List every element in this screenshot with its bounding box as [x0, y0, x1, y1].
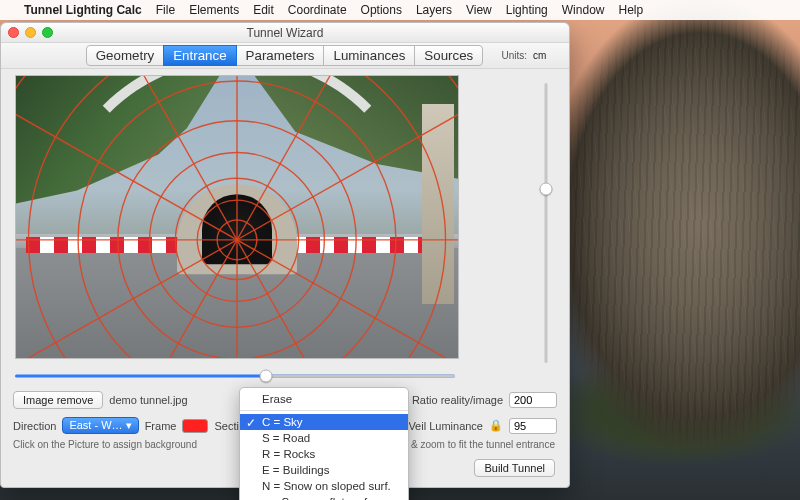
section-item-snow-sloped[interactable]: N = Snow on sloped surf. — [240, 478, 408, 494]
frame-color-swatch[interactable] — [182, 419, 208, 433]
units-label: Units: — [501, 50, 527, 61]
menu-window[interactable]: Window — [562, 3, 605, 17]
tunnel-photo-canvas[interactable] — [15, 75, 459, 359]
mac-menubar: Tunnel Lighting Calc File Elements Edit … — [0, 0, 800, 20]
vslider-track — [545, 83, 548, 363]
menu-lighting[interactable]: Lighting — [506, 3, 548, 17]
ratio-input[interactable] — [509, 392, 557, 408]
direction-select[interactable]: East - W… ▾ — [62, 417, 138, 434]
photo-pylon — [422, 104, 454, 304]
section-item-rocks[interactable]: R = Rocks — [240, 446, 408, 462]
minimize-button[interactable] — [25, 27, 36, 38]
window-title: Tunnel Wizard — [247, 26, 324, 40]
hslider-track — [15, 375, 455, 378]
direction-label: Direction — [13, 420, 56, 432]
tab-luminances[interactable]: Luminances — [323, 45, 415, 66]
app-name-menu[interactable]: Tunnel Lighting Calc — [24, 3, 142, 17]
section-item-road[interactable]: S = Road — [240, 430, 408, 446]
tab-entrance[interactable]: Entrance — [163, 45, 236, 66]
section-item-snow-flat[interactable]: n = Snow on flat surface — [240, 494, 408, 500]
menu-separator — [240, 410, 408, 411]
menu-layers[interactable]: Layers — [416, 3, 452, 17]
menu-file[interactable]: File — [156, 3, 175, 17]
section-item-buildings[interactable]: E = Buildings — [240, 462, 408, 478]
zoom-button[interactable] — [42, 27, 53, 38]
window-traffic-lights — [8, 27, 53, 38]
lock-icon[interactable]: 🔒 — [489, 419, 503, 432]
section-item-erase[interactable]: Erase — [240, 391, 408, 407]
section-item-sky[interactable]: C = Sky — [240, 414, 408, 430]
tab-geometry[interactable]: Geometry — [86, 45, 165, 66]
hslider-thumb[interactable] — [259, 370, 272, 383]
hint-left: Click on the Picture to assign backgroun… — [13, 439, 197, 450]
build-tunnel-button[interactable]: Build Tunnel — [474, 459, 555, 477]
ratio-label: Ratio reality/image — [412, 394, 503, 406]
image-remove-button[interactable]: Image remove — [13, 391, 103, 409]
menu-view[interactable]: View — [466, 3, 492, 17]
veil-input[interactable] — [509, 418, 557, 434]
window-titlebar[interactable]: Tunnel Wizard — [1, 23, 569, 43]
menu-help[interactable]: Help — [618, 3, 643, 17]
wizard-tabbar: Geometry Entrance Parameters Luminances … — [1, 43, 569, 69]
menu-options[interactable]: Options — [361, 3, 402, 17]
tab-parameters[interactable]: Parameters — [236, 45, 325, 66]
section-popup-menu[interactable]: Erase C = Sky S = Road R = Rocks E = Bui… — [239, 387, 409, 500]
menu-edit[interactable]: Edit — [253, 3, 274, 17]
image-filename: demo tunnel.jpg — [109, 394, 187, 406]
vslider-thumb[interactable] — [540, 183, 553, 196]
frame-label: Frame — [145, 420, 177, 432]
tab-sources[interactable]: Sources — [414, 45, 483, 66]
menu-coordinate[interactable]: Coordinate — [288, 3, 347, 17]
close-button[interactable] — [8, 27, 19, 38]
menu-elements[interactable]: Elements — [189, 3, 239, 17]
horizontal-zoom-slider[interactable] — [15, 369, 455, 383]
wizard-content: Image remove demo tunnel.jpg Ratio reali… — [1, 69, 569, 487]
tunnel-wizard-window: Tunnel Wizard Geometry Entrance Paramete… — [0, 22, 570, 488]
units-value[interactable]: cm — [533, 50, 559, 61]
vertical-zoom-slider[interactable] — [539, 83, 553, 363]
